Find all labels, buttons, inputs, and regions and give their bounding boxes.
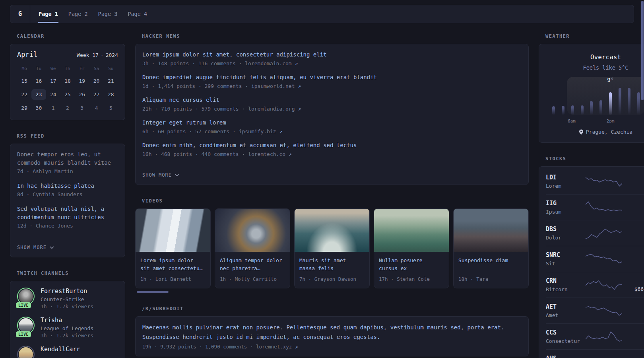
middle-column: HACKER NEWS Lorem ipsum dolor sit amet, … (135, 33, 529, 358)
stock-row[interactable]: AET Amet +0.92% $499.72 (546, 298, 644, 323)
stock-change: +2.84% (622, 200, 644, 206)
hackernews-item-meta: 6h · 60 points · 57 comments · ipsumify.… (142, 128, 522, 134)
domain-link[interactable]: loremdomain.com (245, 60, 291, 66)
rss-item-title[interactable]: In hac habitasse platea (17, 182, 118, 190)
stock-symbol: AET (546, 303, 586, 310)
weather-condition: Overcast (546, 53, 644, 61)
calendar-day-outside: 2 (60, 103, 75, 113)
calendar-day-outside: 4 (89, 103, 103, 113)
calendar-day: 18 (60, 76, 75, 86)
stock-row[interactable]: AHS +0.46% (546, 349, 644, 358)
weather-bar (562, 106, 564, 115)
hackernews-item-title[interactable]: Donec enim nibh, condimentum et accumsan… (142, 141, 522, 150)
video-card[interactable]: Mauris sit amet massa felis 7h · Grayson… (294, 208, 370, 288)
page-scrollbar-thumb[interactable] (641, 1, 644, 100)
domain-link[interactable]: ipsumify.biz (239, 128, 276, 134)
hackernews-item-title[interactable]: Aliquam nec cursus elit (142, 96, 522, 104)
video-thumbnail (136, 209, 210, 252)
hackernews-widget-title: HACKER NEWS (142, 33, 529, 39)
video-title: Mauris sit amet massa felis (299, 257, 365, 272)
stock-change: +4.35% (622, 174, 644, 181)
stock-name: Lorem (546, 183, 586, 189)
calendar-day: 19 (75, 76, 89, 86)
calendar-day: 16 (31, 76, 46, 86)
video-meta: 17h · Stefan Cole (379, 276, 444, 282)
tab-page-2[interactable]: Page 2 (63, 5, 93, 23)
weather-bar (581, 105, 584, 115)
video-thumbnail (215, 209, 290, 252)
domain-link[interactable]: ipsumworld.net (251, 83, 295, 89)
external-link-icon: ↗ (279, 128, 282, 134)
domain-link[interactable]: loremnet.xyz (256, 344, 292, 350)
hackernews-item: Donec enim nibh, condimentum et accumsan… (142, 141, 522, 157)
twitch-channel[interactable]: KendallCarr (17, 346, 118, 358)
weekday-header: We (46, 66, 60, 73)
page-tabs: Page 1 Page 2 Page 3 Page 4 (30, 5, 152, 23)
domain-link[interactable]: loremlandia.org (248, 106, 295, 112)
video-card[interactable]: Nullam posuere cursus ex 17h · Stefan Co… (374, 208, 449, 288)
videos-scrollbar[interactable] (135, 291, 529, 293)
weather-bar (552, 106, 555, 115)
hackernews-item-title[interactable]: Integer eget rutrum lorem (142, 119, 522, 127)
tab-page-3[interactable]: Page 3 (93, 5, 123, 23)
tab-page-1[interactable]: Page 1 (33, 5, 63, 23)
video-meta: 7h · Grayson Dawson (299, 276, 365, 282)
hackernews-item-title[interactable]: Lorem ipsum dolor sit amet, consectetur … (142, 51, 522, 59)
stock-row[interactable]: CCS Consectetur +0.51% $165.84 (546, 323, 644, 349)
location-pin-icon (579, 129, 584, 135)
video-card[interactable]: Aliquam tempor dolor nec pharetra… 1h · … (215, 208, 290, 288)
stock-row[interactable]: SNRC Sit +1.36% $148.64 (546, 246, 644, 272)
reddit-card: Maecenas mollis pulvinar erat non posuer… (135, 316, 529, 356)
calendar-day: 30 (31, 103, 46, 113)
reddit-post-meta: 19h · 9,932 points · 1,090 comments · lo… (142, 344, 522, 350)
stock-row[interactable]: DBS Dolor +1.42% $156.28 (546, 220, 644, 246)
video-card[interactable]: Suspendisse diam 18h · Tara (453, 208, 529, 288)
right-column: WEATHER Overcast Feels like 5°C 9° 6am 2… (539, 33, 644, 358)
hackernews-card: Lorem ipsum dolor sit amet, consectetur … (135, 44, 529, 185)
calendar-day-outside: 5 (104, 103, 118, 113)
stock-row[interactable]: CRN Bitcorn -1.00% $66,171.48 (546, 272, 644, 298)
video-card[interactable]: Lorem ipsum dolor sit amet consectetu… 1… (135, 208, 211, 288)
hackernews-item-title[interactable]: Donec imperdiet augue tincidunt felis al… (142, 73, 522, 82)
stock-name: Amet (546, 312, 586, 318)
channel-game: League of Legends (41, 325, 93, 331)
hackernews-show-more-button[interactable]: SHOW MORE (142, 172, 179, 178)
twitch-widget: TWITCH CHANNELS LIVE ForrestBurton Count… (10, 270, 125, 358)
videos-widget-title: VIDEOS (142, 198, 529, 204)
videos-scrollbar-thumb[interactable] (137, 291, 169, 293)
weather-bar (619, 88, 621, 115)
rss-item-title[interactable]: Donec tempor eros leo, ut commodo mauris… (17, 150, 118, 167)
calendar-day: 21 (104, 76, 118, 86)
channel-name[interactable]: ForrestBurton (41, 288, 93, 295)
calendar-day: 17 (46, 76, 60, 86)
external-link-icon: ↗ (298, 83, 301, 89)
video-meta: 1h · Lori Barnett (140, 276, 206, 282)
rss-show-more-button[interactable]: SHOW MORE (17, 245, 54, 250)
rss-item: Sed volutpat nulla nisl, a condimentum n… (17, 205, 118, 229)
channel-name[interactable]: Trisha (41, 317, 93, 324)
domain-link[interactable]: loremtech.co (248, 151, 285, 157)
tab-page-4[interactable]: Page 4 (122, 5, 152, 23)
video-title: Nullam posuere cursus ex (379, 257, 444, 272)
channel-name[interactable]: KendallCarr (41, 346, 80, 353)
calendar-day: 15 (17, 76, 31, 86)
weather-card: Overcast Feels like 5°C 9° 6am 2pm 10pm … (539, 44, 644, 143)
video-title: Lorem ipsum dolor sit amet consectetu… (140, 257, 206, 272)
calendar-day: 25 (60, 89, 75, 100)
video-thumbnail (374, 209, 449, 252)
stock-row[interactable]: LDI Lorem +4.35% $795.18 (546, 169, 644, 194)
stock-row[interactable]: IIG Ipsum +2.84% $42.04 (546, 194, 644, 220)
page-scrollbar[interactable] (641, 0, 644, 358)
weekday-header: Th (60, 66, 75, 73)
calendar-day: 28 (104, 89, 118, 100)
twitch-channel[interactable]: LIVE ForrestBurton Counter-Strike 1h · 1… (17, 288, 118, 309)
rss-item-title[interactable]: Sed volutpat nulla nisl, a condimentum n… (17, 205, 118, 222)
rss-item-meta: 7d · Ashlyn Martin (17, 168, 118, 174)
reddit-post-title[interactable]: Maecenas mollis pulvinar erat non posuer… (142, 323, 522, 342)
stock-symbol: AHS (546, 355, 586, 358)
logo[interactable]: G (10, 5, 30, 23)
calendar-day: 24 (46, 89, 60, 100)
stock-sparkline (586, 330, 622, 343)
calendar-year-label: 2024 (106, 52, 118, 58)
twitch-channel[interactable]: LIVE Trisha League of Legends 3h · 1.2k … (17, 317, 118, 339)
